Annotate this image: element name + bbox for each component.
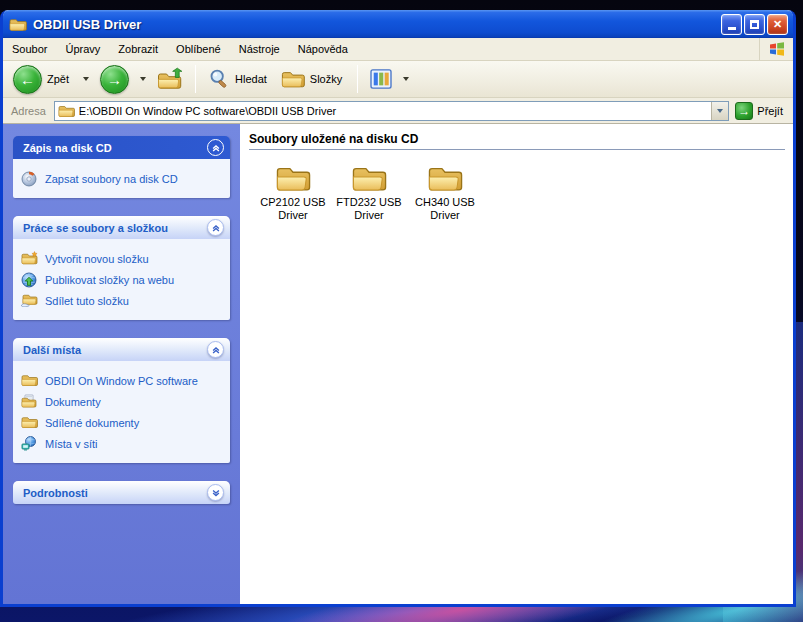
folder-tiles: CP2102 USB Driver FTD232 USB Driver CH34…: [249, 164, 785, 222]
folder-icon: [21, 373, 38, 388]
go-arrow-icon: →: [735, 102, 753, 120]
pane-other-places: Další místa OBDII On Window PC sof: [13, 338, 230, 463]
folder-label: CH340 USB Driver: [407, 196, 483, 222]
forward-dropdown-icon[interactable]: [140, 77, 146, 81]
menu-napoveda[interactable]: Nápověda: [289, 39, 357, 59]
address-label: Adresa: [7, 105, 54, 117]
explorer-window: OBDII USB Driver ✕ Soubor Úpravy Zobrazi…: [0, 10, 796, 607]
cd-burn-icon: [21, 171, 38, 186]
folder-icon: [275, 164, 311, 193]
menu-soubor[interactable]: Soubor: [3, 39, 56, 59]
views-dropdown-icon[interactable]: [403, 77, 409, 81]
task-publish-web[interactable]: Publikovat složky na webu: [21, 269, 224, 290]
search-button[interactable]: Hledat: [204, 66, 274, 92]
maximize-icon: [750, 20, 759, 29]
window-title: OBDII USB Driver: [33, 17, 721, 32]
pane-header-details[interactable]: Podrobnosti: [13, 481, 230, 504]
address-combo[interactable]: [54, 101, 729, 121]
up-button[interactable]: [153, 65, 187, 93]
folder-icon: [21, 415, 38, 430]
maximize-button[interactable]: [744, 14, 765, 35]
folder-icon: [351, 164, 387, 193]
search-icon: [208, 68, 230, 90]
go-label: Přejít: [757, 105, 783, 117]
pane-body-other-places: OBDII On Window PC software Dokumenty: [13, 361, 230, 463]
address-dropdown-button[interactable]: [711, 102, 728, 120]
toolbar-separator: [195, 65, 196, 93]
chevron-down-icon: [717, 109, 723, 113]
toolbar-separator-2: [357, 65, 358, 93]
forward-icon: →: [100, 65, 129, 94]
window-folder-icon: [9, 17, 27, 32]
group-divider: [249, 149, 785, 150]
pane-cd-write: Zápis na disk CD: [13, 136, 230, 198]
pane-header-cd-write[interactable]: Zápis na disk CD: [13, 136, 230, 159]
navigation-toolbar: ← Zpět → Hledat: [3, 61, 793, 98]
pane-title: Další místa: [23, 344, 81, 356]
chevron-up-icon[interactable]: [207, 341, 224, 358]
task-sidebar: Zápis na disk CD: [3, 124, 240, 604]
views-button[interactable]: [366, 67, 396, 91]
task-label: Zapsat soubory na disk CD: [45, 173, 178, 185]
folder-icon: [427, 164, 463, 193]
menu-upravy[interactable]: Úpravy: [56, 39, 109, 59]
place-label: Dokumenty: [45, 396, 101, 408]
menu-zobrazit[interactable]: Zobrazit: [109, 39, 167, 59]
publish-web-icon: [21, 272, 38, 287]
windows-logo-icon: [759, 38, 793, 60]
share-folder-icon: [21, 293, 38, 308]
place-documents[interactable]: Dokumenty: [21, 391, 224, 412]
network-places-icon: [21, 436, 38, 451]
pane-file-tasks: Práce se soubory a složkou: [13, 216, 230, 320]
folder-tile-cp2102[interactable]: CP2102 USB Driver: [255, 164, 331, 222]
folder-up-icon: [157, 67, 183, 91]
address-folder-icon: [58, 104, 75, 118]
task-burn-cd[interactable]: Zapsat soubory na disk CD: [21, 168, 224, 189]
close-button[interactable]: ✕: [767, 14, 788, 35]
chevron-down-icon[interactable]: [207, 484, 224, 501]
task-label: Vytvořit novou složku: [45, 253, 149, 265]
place-label: OBDII On Window PC software: [45, 375, 198, 387]
menu-nastroje[interactable]: Nástroje: [230, 39, 289, 59]
close-icon: ✕: [773, 18, 782, 31]
place-label: Sdílené dokumenty: [45, 417, 139, 429]
folders-label: Složky: [310, 73, 342, 85]
minimize-icon: [728, 27, 736, 30]
place-shared-documents[interactable]: Sdílené dokumenty: [21, 412, 224, 433]
pane-title: Podrobnosti: [23, 487, 88, 499]
menu-oblibene[interactable]: Oblíbené: [167, 39, 230, 59]
menu-bar: Soubor Úpravy Zobrazit Oblíbené Nástroje…: [3, 38, 793, 61]
pane-body-file-tasks: Vytvořit novou složku Publikovat složky …: [13, 239, 230, 320]
chevron-up-icon[interactable]: [207, 219, 224, 236]
go-button[interactable]: → Přejít: [729, 102, 789, 120]
place-network[interactable]: Místa v síti: [21, 433, 224, 454]
file-list-area[interactable]: Soubory uložené na disku CD CP2102 USB D…: [240, 124, 793, 604]
place-parent-folder[interactable]: OBDII On Window PC software: [21, 370, 224, 391]
pane-details: Podrobnosti: [13, 481, 230, 504]
task-share-folder[interactable]: Sdílet tuto složku: [21, 290, 224, 311]
minimize-button[interactable]: [721, 14, 742, 35]
task-new-folder[interactable]: Vytvořit novou složku: [21, 248, 224, 269]
task-label: Publikovat složky na webu: [45, 274, 174, 286]
folders-button[interactable]: Složky: [277, 67, 349, 91]
folder-tile-ch340[interactable]: CH340 USB Driver: [407, 164, 483, 222]
folder-tile-ftd232[interactable]: FTD232 USB Driver: [331, 164, 407, 222]
address-input[interactable]: [79, 105, 711, 117]
pane-header-file-tasks[interactable]: Práce se soubory a složkou: [13, 216, 230, 239]
title-bar[interactable]: OBDII USB Driver ✕: [3, 10, 793, 38]
pane-header-other-places[interactable]: Další místa: [13, 338, 230, 361]
views-icon: [370, 69, 392, 89]
address-bar: Adresa → Přejít: [3, 98, 793, 124]
pane-title: Práce se soubory a složkou: [23, 222, 168, 234]
back-dropdown-icon[interactable]: [83, 77, 89, 81]
back-label: Zpět: [47, 73, 69, 85]
chevron-up-icon[interactable]: [207, 139, 224, 156]
pane-body-cd-write: Zapsat soubory na disk CD: [13, 159, 230, 198]
back-button[interactable]: ← Zpět: [9, 63, 76, 96]
search-label: Hledat: [235, 73, 267, 85]
forward-button[interactable]: →: [96, 63, 133, 96]
group-header: Soubory uložené na disku CD: [249, 132, 785, 149]
documents-icon: [21, 394, 38, 409]
folders-icon: [281, 69, 305, 89]
place-label: Místa v síti: [45, 438, 98, 450]
